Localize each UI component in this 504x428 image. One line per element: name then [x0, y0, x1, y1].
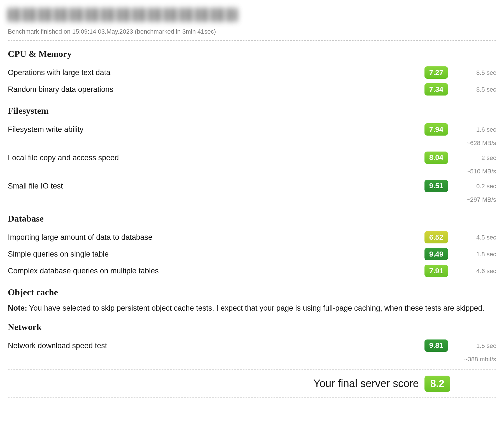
timing-throughput: ~388 mbit/s	[451, 356, 496, 363]
section-title-object-cache: Object cache	[8, 287, 496, 297]
timing-column: 4.5 sec	[451, 231, 496, 241]
timing-column: 4.6 sec	[451, 265, 496, 275]
score-badge: 7.34	[424, 83, 448, 96]
benchmark-row: Importing large amount of data to databa…	[8, 229, 496, 246]
benchmark-label: Importing large amount of data to databa…	[8, 231, 420, 242]
timing-column: 1.6 sec~628 MB/s	[451, 123, 496, 147]
benchmark-report: Benchmark finished on 15:09:14 03.May.20…	[0, 0, 504, 413]
benchmark-row: Simple queries on single table9.491.8 se…	[8, 246, 496, 262]
score-badge: 7.91	[424, 265, 448, 277]
section-title-filesystem: Filesystem	[8, 106, 496, 116]
timing-duration: 4.6 sec	[451, 265, 496, 275]
timing-duration: 1.6 sec	[451, 123, 496, 133]
timing-throughput: ~510 MB/s	[451, 168, 496, 175]
benchmark-label: Simple queries on single table	[8, 248, 420, 259]
timing-column: 1.8 sec	[451, 248, 496, 258]
timing-duration: 1.5 sec	[451, 339, 496, 350]
benchmark-label: Complex database queries on multiple tab…	[8, 265, 420, 276]
divider	[8, 40, 496, 41]
timing-column: 0.2 sec~297 MB/s	[451, 180, 496, 204]
benchmark-row: Random binary data operations7.348.5 sec	[8, 81, 496, 98]
divider	[8, 397, 496, 398]
final-score-label: Your final server score	[313, 378, 419, 390]
timing-column: 1.5 sec~388 mbit/s	[451, 339, 496, 363]
score-badge: 7.27	[424, 66, 448, 79]
timing-duration: 2 sec	[451, 152, 496, 162]
divider	[8, 369, 496, 370]
final-score-badge: 8.2	[424, 376, 450, 392]
timing-throughput: ~297 MB/s	[451, 196, 496, 203]
timing-duration: 4.5 sec	[451, 231, 496, 241]
benchmark-label: Random binary data operations	[8, 83, 420, 94]
timing-duration: 1.8 sec	[451, 248, 496, 258]
timing-column: 8.5 sec	[451, 66, 496, 76]
site-url-blurred	[8, 8, 237, 22]
timing-throughput: ~628 MB/s	[451, 139, 496, 147]
timing-duration: 0.2 sec	[451, 180, 496, 190]
section-title-cpu: CPU & Memory	[8, 49, 496, 59]
timing-column: 8.5 sec	[451, 83, 496, 93]
score-badge: 7.94	[424, 123, 448, 136]
benchmark-row: Local file copy and access speed8.042 se…	[8, 149, 496, 178]
benchmark-meta: Benchmark finished on 15:09:14 03.May.20…	[8, 28, 496, 35]
benchmark-label: Filesystem write ability	[8, 123, 420, 134]
benchmark-row: Filesystem write ability7.941.6 sec~628 …	[8, 121, 496, 149]
score-badge: 8.04	[424, 152, 448, 164]
benchmark-row: Network download speed test9.811.5 sec~3…	[8, 337, 496, 366]
final-score-row: Your final server score 8.2	[8, 374, 496, 394]
section-title-network: Network	[8, 322, 496, 332]
note-text: You have selected to skip persistent obj…	[27, 304, 484, 312]
note-prefix: Note:	[8, 304, 27, 312]
benchmark-label: Network download speed test	[8, 339, 420, 351]
score-badge: 9.51	[424, 180, 448, 192]
benchmark-label: Operations with large text data	[8, 66, 420, 78]
score-badge: 9.81	[424, 339, 448, 352]
object-cache-note: Note: You have selected to skip persiste…	[8, 303, 496, 314]
score-badge: 9.49	[424, 248, 448, 260]
benchmark-label: Small file IO test	[8, 180, 420, 191]
benchmark-row: Operations with large text data7.278.5 s…	[8, 64, 496, 81]
score-badge: 6.52	[424, 231, 448, 243]
timing-column: 2 sec~510 MB/s	[451, 152, 496, 175]
benchmark-row: Small file IO test9.510.2 sec~297 MB/s	[8, 178, 496, 206]
timing-duration: 8.5 sec	[451, 66, 496, 76]
section-title-database: Database	[8, 213, 496, 224]
benchmark-label: Local file copy and access speed	[8, 152, 420, 163]
timing-duration: 8.5 sec	[451, 83, 496, 93]
benchmark-row: Complex database queries on multiple tab…	[8, 262, 496, 279]
